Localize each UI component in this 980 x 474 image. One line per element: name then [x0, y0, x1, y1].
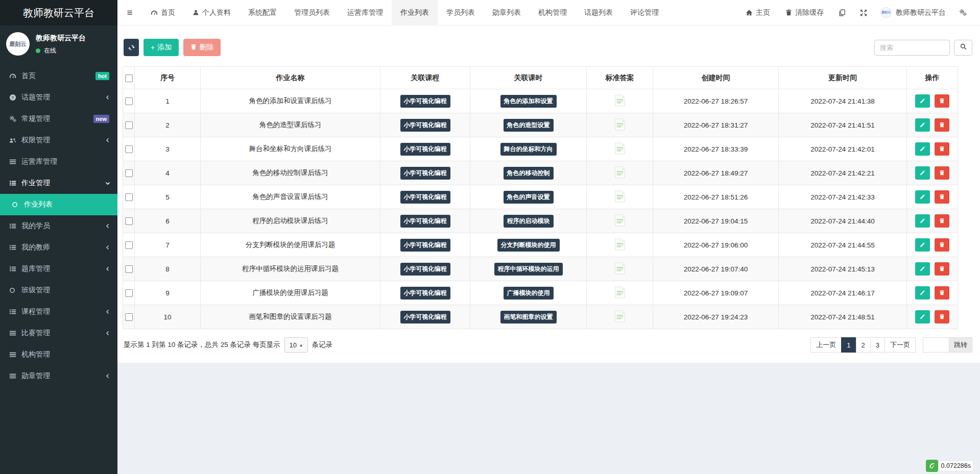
- answer-file-icon[interactable]: [615, 286, 625, 298]
- row-delete-button[interactable]: [935, 310, 949, 323]
- sidebar-item[interactable]: 机构管理: [0, 344, 117, 365]
- page-size-select[interactable]: 10▲: [284, 337, 308, 353]
- delete-button[interactable]: 删除: [183, 39, 221, 56]
- edit-button[interactable]: [915, 310, 930, 323]
- select-all-cell: [123, 67, 135, 89]
- row-delete-button[interactable]: [935, 166, 949, 180]
- topnav-item[interactable]: 学员列表: [438, 0, 484, 25]
- row-delete-button[interactable]: [935, 286, 949, 300]
- cell-created-time: 2022-06-27 19:09:07: [653, 281, 779, 305]
- row-delete-button[interactable]: [935, 142, 949, 156]
- topnav-item[interactable]: 个人资料: [184, 0, 240, 25]
- cell-course: 小学可视化编程: [380, 137, 470, 161]
- topnav-item[interactable]: 首页: [142, 0, 184, 25]
- topnav-item[interactable]: 机构管理: [530, 0, 576, 25]
- prev-page-button[interactable]: 上一页: [810, 337, 842, 353]
- cell-updated-time: 2022-07-24 21:48:51: [779, 305, 907, 329]
- row-delete-button[interactable]: [935, 190, 949, 204]
- jump-page-input[interactable]: [923, 337, 949, 353]
- pencil-icon: [920, 193, 925, 201]
- answer-file-icon[interactable]: [615, 262, 625, 275]
- topnav-item[interactable]: 运营库管理: [339, 0, 392, 25]
- sidebar-item-label: 话题管理: [21, 93, 105, 102]
- answer-file-icon[interactable]: [615, 238, 625, 251]
- page-number-button[interactable]: 1: [841, 337, 856, 353]
- sidebar-item[interactable]: 权限管理: [0, 130, 117, 151]
- answer-file-icon[interactable]: [615, 94, 625, 107]
- edit-button[interactable]: [915, 94, 930, 108]
- chevron-icon: [105, 245, 110, 250]
- topnav-clear-cache[interactable]: 清除缓存: [779, 8, 830, 17]
- sidebar-item[interactable]: 我的学员: [0, 215, 117, 237]
- topnav-item[interactable]: 勋章列表: [484, 0, 530, 25]
- edit-button[interactable]: [915, 118, 930, 132]
- select-all-checkbox[interactable]: [125, 74, 133, 82]
- add-button[interactable]: +添加: [144, 39, 179, 56]
- sidebar-item[interactable]: 勋章管理: [0, 365, 117, 387]
- answer-file-icon[interactable]: [615, 142, 625, 155]
- sidebar-toggle-icon[interactable]: ≡: [117, 0, 142, 25]
- sidebar-item[interactable]: 首页 hot: [0, 65, 117, 87]
- answer-file-icon[interactable]: [615, 118, 625, 131]
- topnav-account[interactable]: 磨刻云 教师教研云平台: [875, 7, 951, 18]
- row-delete-button[interactable]: [935, 214, 949, 228]
- row-delete-button[interactable]: [935, 262, 949, 276]
- page-number-button[interactable]: 2: [856, 337, 871, 353]
- settings-cogs-icon[interactable]: [953, 0, 973, 26]
- edit-button[interactable]: [915, 142, 930, 156]
- user-status[interactable]: 在线: [36, 46, 86, 55]
- row-checkbox[interactable]: [125, 265, 133, 273]
- row-checkbox[interactable]: [125, 145, 133, 153]
- row-checkbox[interactable]: [125, 289, 133, 297]
- topnav-item[interactable]: 评论管理: [622, 0, 667, 25]
- row-checkbox[interactable]: [125, 241, 133, 249]
- table-row: 9 广播模块的使用课后习题 小学可视化编程 广播模块的使用 2022-06-27…: [123, 281, 958, 305]
- edit-button[interactable]: [915, 286, 930, 300]
- sidebar-item[interactable]: 我的教师: [0, 237, 117, 258]
- next-page-button[interactable]: 下一页: [885, 337, 916, 353]
- sidebar-item[interactable]: 作业列表: [0, 194, 117, 215]
- sidebar-item[interactable]: 班级管理: [0, 280, 117, 301]
- edit-button[interactable]: [915, 190, 930, 204]
- topnav-item[interactable]: 作业列表: [392, 0, 438, 25]
- search-input[interactable]: [874, 40, 950, 56]
- jump-button[interactable]: 跳转: [949, 337, 972, 353]
- search-button[interactable]: [954, 40, 972, 56]
- page-number-button[interactable]: 3: [870, 337, 885, 353]
- cell-course: 小学可视化编程: [380, 281, 470, 305]
- topnav-home[interactable]: 主页: [739, 8, 777, 17]
- refresh-button[interactable]: [124, 39, 139, 56]
- topnav-item[interactable]: 话题列表: [576, 0, 622, 25]
- row-checkbox[interactable]: [125, 313, 133, 321]
- topnav-item[interactable]: 系统配置: [240, 0, 285, 25]
- edit-button[interactable]: [915, 262, 930, 276]
- topnav-item[interactable]: 管理员列表: [285, 0, 339, 25]
- sidebar-item[interactable]: 比赛管理: [0, 322, 117, 344]
- row-checkbox[interactable]: [125, 169, 133, 177]
- sidebar-item-label: 常规管理: [21, 114, 93, 123]
- edit-button[interactable]: [915, 238, 930, 252]
- sidebar-item[interactable]: 题库管理: [0, 258, 117, 280]
- answer-file-icon[interactable]: [615, 214, 625, 227]
- sidebar-item[interactable]: 运营库管理: [0, 151, 117, 172]
- sidebar-item[interactable]: 课程管理: [0, 301, 117, 322]
- row-checkbox[interactable]: [125, 121, 133, 129]
- row-delete-button[interactable]: [935, 238, 949, 252]
- row-delete-button[interactable]: [935, 94, 949, 108]
- edit-button[interactable]: [915, 166, 930, 180]
- sidebar-item[interactable]: 常规管理 new: [0, 108, 117, 130]
- sidebar-item[interactable]: 作业管理: [0, 172, 117, 194]
- edit-button[interactable]: [915, 214, 930, 228]
- row-delete-button[interactable]: [935, 118, 949, 132]
- answer-file-icon[interactable]: [615, 166, 625, 179]
- copy-icon[interactable]: [832, 0, 852, 26]
- fullscreen-icon[interactable]: [854, 0, 873, 26]
- answer-file-icon[interactable]: [615, 190, 625, 203]
- row-checkbox[interactable]: [125, 193, 133, 201]
- app-logo[interactable]: 教师教研云平台: [0, 0, 117, 26]
- row-checkbox[interactable]: [125, 97, 133, 105]
- sidebar-item[interactable]: ? 话题管理: [0, 87, 117, 108]
- answer-file-icon[interactable]: [615, 310, 625, 322]
- dashboard-icon: [9, 72, 21, 80]
- row-checkbox[interactable]: [125, 217, 133, 225]
